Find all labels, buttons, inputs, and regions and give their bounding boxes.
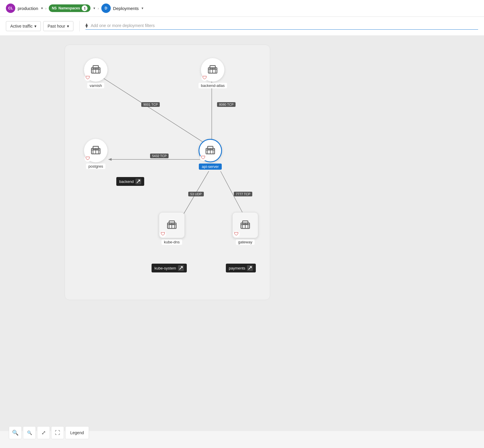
kube-dns-icon [165,219,178,232]
ns-initials: NS [52,6,57,10]
filter-divider [79,21,80,31]
backend-atlas-shield: 🛡 [202,75,207,80]
gateway-icon [239,219,252,232]
ns-label: Namespaces [58,6,80,10]
kube-dns-circle[interactable]: 🛡 [159,212,185,238]
node-gateway[interactable]: 🛡 gateway [232,212,258,245]
payments-ns-tag[interactable]: payments [226,264,256,272]
svg-line-0 [97,74,212,148]
varnish-shield: 🛡 [85,75,90,80]
edge-label-9001: 9001 TCP [141,102,160,107]
zoom-out-icon: 🔍 [27,430,32,431]
cluster-chevron[interactable]: ▾ [41,6,43,10]
ns-count: 1 [82,5,88,11]
edge-label-7777: 7777 TCP [234,192,252,196]
postgres-icon [89,144,102,157]
expand-icon: ⤢ [41,430,46,431]
gateway-security: 🛡 [233,231,240,237]
backend-ns-arrow-icon [136,179,140,183]
api-server-security: 🛡 [200,154,206,161]
traffic-chevron: ▾ [34,24,36,28]
node-api-server[interactable]: 🛡 api-server [199,139,222,170]
dep-initials: D [105,6,107,10]
fullscreen-button[interactable]: ⛶ [51,426,64,431]
node-backend-atlas[interactable]: 🛡 backend-atlas [199,58,227,88]
kube-system-ns-icon[interactable] [178,265,184,271]
edge-label-5432: 5432 TCP [150,154,169,158]
expand-button[interactable]: ⤢ [37,426,50,431]
kube-dns-shield: 🛡 [161,231,165,237]
gateway-label: gateway [236,239,255,245]
zoom-in-icon: 🔍 [12,430,19,431]
backend-atlas-icon [206,63,219,76]
payments-ns-arrow-icon [248,266,252,270]
filter-bar: Active traffic ▾ Past hour ▾ ⧫ Add one o… [0,17,484,36]
payments-ns-label: payments [229,266,245,270]
api-server-shield: 🛡 [201,155,206,160]
varnish-icon [89,63,102,76]
backend-atlas-label: backend-atlas [199,83,227,88]
postgres-circle[interactable]: 🛡 [84,139,107,162]
kube-system-ns-label: kube-system [154,266,176,270]
past-hour-label: Past hour [48,24,65,28]
nav-arrow-1: › [45,6,46,11]
gateway-shield: 🛡 [234,231,239,237]
legend-label: Legend [70,430,84,431]
postgres-security: 🛡 [85,155,91,162]
top-nav: CL production ▾ › NS Namespaces 1 ▾ › D … [0,0,484,17]
main-canvas[interactable]: 9001 TCP 8080 TCP 5432 TCP 53 UDP 7777 T… [0,36,484,431]
cluster-label: production [18,6,38,11]
node-varnish[interactable]: 🛡 varnish [84,58,107,88]
zoom-out-button[interactable]: 🔍 [23,426,36,431]
varnish-circle[interactable]: 🛡 [84,58,107,82]
kube-system-ns-tag[interactable]: kube-system [152,264,187,272]
past-hour-button[interactable]: Past hour ▾ [43,21,73,31]
legend-button[interactable]: Legend [65,426,89,431]
api-server-circle[interactable]: 🛡 [199,139,222,162]
node-kube-dns[interactable]: 🛡 kube-dns [159,212,185,245]
payments-ns-icon[interactable] [247,265,253,271]
varnish-label: varnish [87,83,104,88]
api-server-label: api-server [199,164,222,170]
gateway-circle[interactable]: 🛡 [232,212,258,238]
time-chevron: ▾ [67,24,69,28]
nav-arrow-2: › [98,6,99,11]
cluster-badge[interactable]: CL [6,4,15,13]
backend-ns-icon[interactable] [135,178,141,184]
zoom-in-button[interactable]: 🔍 [9,426,22,431]
bottom-toolbar: 🔍 🔍 ⤢ ⛶ Legend [9,426,89,431]
fullscreen-icon: ⛶ [55,430,60,431]
dep-label: Deployments [113,6,139,11]
filter-search[interactable]: ⧫ Add one or more deployment filters [85,23,478,30]
ns-chevron[interactable]: ▾ [93,6,95,10]
filter-placeholder: Add one or more deployment filters [91,23,155,28]
kube-system-ns-arrow-icon [179,266,183,270]
postgres-label: postgres [86,164,105,169]
namespace-badge[interactable]: NS Namespaces 1 [49,4,90,12]
backend-atlas-circle[interactable]: 🛡 [201,58,224,82]
graph-area[interactable]: 9001 TCP 8080 TCP 5432 TCP 53 UDP 7777 T… [65,45,270,300]
kube-dns-security: 🛡 [160,231,166,237]
backend-atlas-security: 🛡 [201,75,208,81]
postgres-shield: 🛡 [85,156,90,161]
node-postgres[interactable]: 🛡 postgres [84,139,107,169]
backend-ns-tag[interactable]: backend [116,177,144,186]
edge-label-53: 53 UDP [188,192,204,196]
kube-dns-label: kube-dns [162,239,182,245]
varnish-security: 🛡 [85,75,91,81]
filter-icon: ⧫ [85,23,88,28]
active-traffic-label: Active traffic [10,24,33,28]
backend-ns-label: backend [119,179,134,184]
api-server-icon [204,144,217,157]
active-traffic-button[interactable]: Active traffic ▾ [6,21,41,31]
edge-label-8080: 8080 TCP [217,102,236,107]
deployments-badge[interactable]: D [101,4,111,13]
dep-chevron[interactable]: ▾ [142,6,143,10]
